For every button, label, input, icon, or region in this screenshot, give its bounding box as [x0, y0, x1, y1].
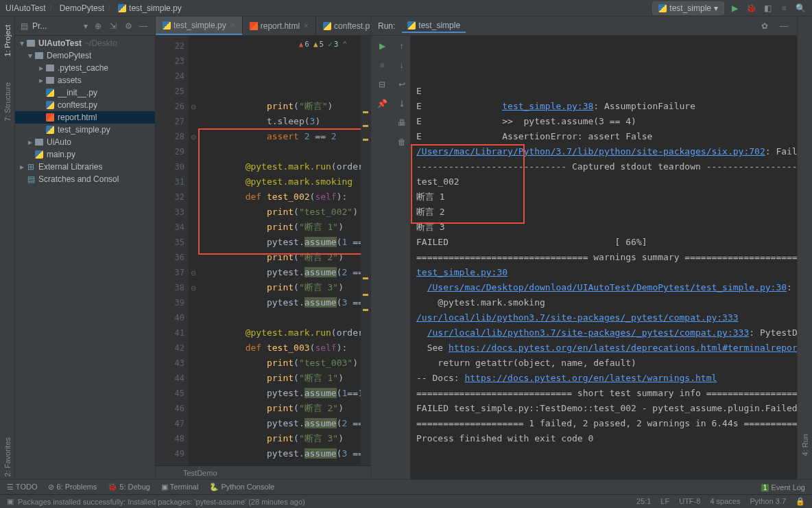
error-stripe[interactable]: [361, 36, 370, 465]
chevron-down-icon[interactable]: ▾: [84, 21, 88, 31]
python-icon: [407, 21, 416, 30]
project-view-icon: ▤: [21, 21, 28, 31]
project-tree[interactable]: ▾UIAutoTest~/Deskto ▾DemoPytest ▸.pytest…: [15, 36, 155, 479]
chevron-down-icon: ⌃: [342, 37, 347, 52]
tree-file[interactable]: conftest.py: [15, 99, 155, 111]
hide-icon[interactable]: —: [778, 20, 790, 32]
tree-folder[interactable]: ▸assets: [15, 74, 155, 86]
fold-gutter[interactable]: ⊖⊖⊖⊖: [189, 36, 198, 465]
status-interpreter[interactable]: Python 3.7: [750, 497, 786, 506]
html-file-icon: [250, 22, 258, 30]
run-toolbar-left: ▶ ■ ⊟ 📌: [371, 36, 393, 479]
bottom-tool-bar: ☰ TODO ⊘ 6: Problems 🐞 5: Debug ▣ Termin…: [0, 479, 812, 494]
gear-icon[interactable]: ✿: [759, 20, 771, 32]
stop-button[interactable]: ■: [376, 59, 388, 71]
breadcrumb-file[interactable]: test_simple.py: [129, 3, 182, 13]
pin-icon[interactable]: 📌: [376, 97, 388, 110]
run-tab[interactable]: test_simple: [402, 19, 466, 33]
tool-pyconsole[interactable]: 🐍 Python Console: [209, 483, 274, 492]
tab-test-simple[interactable]: test_simple.py×: [156, 16, 243, 35]
tool-debug[interactable]: 🐞 5: Debug: [108, 483, 150, 492]
up-icon[interactable]: ↑: [396, 40, 408, 52]
breadcrumb-folder[interactable]: DemoPytest: [60, 3, 104, 13]
line-gutter[interactable]: 2223242526272829303132333435363738394041…: [156, 36, 189, 465]
tree-folder[interactable]: ▾DemoPytest: [15, 49, 155, 62]
run-label: Run:: [378, 21, 395, 31]
chevron-down-icon: ▾: [714, 3, 718, 13]
print-icon[interactable]: 🖶: [396, 117, 408, 129]
tool-run[interactable]: 4: Run: [801, 431, 809, 459]
status-position[interactable]: 25:1: [636, 497, 651, 506]
rerun-button[interactable]: ▶: [376, 40, 388, 52]
run-toolbar-right: ↑ ↓ ↩ ⤓ 🖶 🗑: [393, 36, 411, 479]
tree-file[interactable]: main.py: [15, 148, 155, 161]
python-file-icon: [323, 22, 331, 30]
tree-file[interactable]: test_simple.py: [15, 124, 155, 136]
code-area[interactable]: ▲6 ▲5 ✓3 ⌃ print("断言") t.sleep(3) assert…: [198, 36, 361, 465]
project-pane: ▤ Pr... ▾ ⊕ ⇲ ⚙ — ▾UIAutoTest~/Deskto ▾D…: [15, 16, 156, 479]
tool-todo[interactable]: ☰ TODO: [7, 483, 37, 492]
event-log[interactable]: 1 Event Log: [761, 483, 805, 492]
editor-pane: test_simple.py× report.html× conftest.py…: [156, 16, 370, 479]
console-output[interactable]: EE test_simple.py:38: AssumptionFailureE…: [411, 36, 797, 479]
status-message: Packages installed successfully: Install…: [18, 498, 305, 506]
editor-body[interactable]: 2223242526272829303132333435363738394041…: [156, 36, 370, 465]
close-icon[interactable]: ×: [230, 21, 235, 30]
toolbar-right: test_simple ▾ ▶ 🐞 ◧ ■ 🔍: [652, 1, 807, 15]
run-pane: Run: test_simple ✿ — ▶ ■ ⊟ 📌 ↑ ↓ ↩ ⤓ 🖶: [370, 16, 797, 479]
lock-icon[interactable]: 🔒: [796, 497, 805, 506]
wrap-icon[interactable]: ↩: [396, 78, 408, 91]
scratch-icon: ▤: [26, 174, 36, 184]
status-indent[interactable]: 4 spaces: [710, 497, 740, 506]
library-icon: ⊞: [26, 162, 36, 172]
python-file-icon: [118, 4, 126, 12]
trash-icon[interactable]: 🗑: [396, 136, 408, 148]
status-icon[interactable]: ▣: [7, 497, 14, 506]
breadcrumb: UIAutoTest 〉 DemoPytest 〉 test_simple.py: [5, 2, 652, 14]
tool-terminal[interactable]: ▣ Terminal: [161, 483, 198, 492]
locate-icon[interactable]: ⊕: [92, 20, 104, 32]
inspection-summary[interactable]: ▲6 ▲5 ✓3 ⌃: [299, 37, 347, 52]
scroll-icon[interactable]: ⤓: [396, 97, 408, 110]
search-icon[interactable]: 🔍: [794, 2, 807, 14]
run-header: Run: test_simple ✿ —: [371, 16, 797, 36]
chevron-right-icon: 〉: [107, 2, 115, 14]
tree-external[interactable]: ▸⊞External Libraries: [15, 161, 155, 173]
editor-tabs: test_simple.py× report.html× conftest.py…: [156, 16, 370, 36]
left-tool-bar: 1: Project 7: Structure 2: Favorites: [0, 16, 15, 479]
status-encoding[interactable]: UTF-8: [679, 497, 700, 506]
tool-problems[interactable]: ⊘ 6: Problems: [48, 483, 97, 492]
chevron-right-icon: 〉: [49, 2, 57, 14]
tool-favorites[interactable]: 2: Favorites: [3, 435, 12, 479]
hide-icon[interactable]: —: [137, 20, 150, 32]
close-icon[interactable]: ×: [304, 21, 309, 31]
tree-file-selected[interactable]: report.html: [15, 111, 155, 124]
debug-button[interactable]: 🐞: [745, 2, 757, 14]
down-icon[interactable]: ↓: [396, 59, 408, 71]
tree-scratches[interactable]: ▤Scratches and Consol: [15, 173, 155, 185]
run-config-selector[interactable]: test_simple ▾: [652, 1, 724, 15]
tree-file[interactable]: __init__.py: [15, 86, 155, 99]
run-coverage-button[interactable]: ◧: [761, 2, 774, 14]
breadcrumb-root[interactable]: UIAutoTest: [5, 3, 46, 13]
status-sep[interactable]: LF: [660, 497, 669, 506]
python-file-icon: [163, 21, 171, 30]
run-button[interactable]: ▶: [728, 2, 741, 14]
tool-structure[interactable]: 7: Structure: [3, 80, 12, 124]
status-bar: ▣ Packages installed successfully: Insta…: [0, 494, 812, 508]
tool-project[interactable]: 1: Project: [3, 22, 12, 59]
expand-icon[interactable]: ⇲: [107, 20, 119, 32]
python-icon: [658, 4, 667, 12]
stop-button[interactable]: ■: [778, 2, 790, 14]
layout-icon[interactable]: ⊟: [376, 78, 388, 91]
tree-root[interactable]: ▾UIAutoTest~/Deskto: [15, 37, 155, 49]
tab-report[interactable]: report.html×: [243, 16, 316, 35]
tree-folder[interactable]: ▸UiAuto: [15, 136, 155, 148]
tree-folder[interactable]: ▸.pytest_cache: [15, 62, 155, 74]
gear-icon[interactable]: ⚙: [122, 20, 134, 32]
top-bar: UIAutoTest 〉 DemoPytest 〉 test_simple.py…: [0, 0, 812, 16]
project-header: ▤ Pr... ▾ ⊕ ⇲ ⚙ —: [15, 16, 155, 36]
right-tool-bar: 4: Run: [797, 16, 812, 479]
editor-breadcrumb[interactable]: TestDemo: [156, 465, 370, 479]
